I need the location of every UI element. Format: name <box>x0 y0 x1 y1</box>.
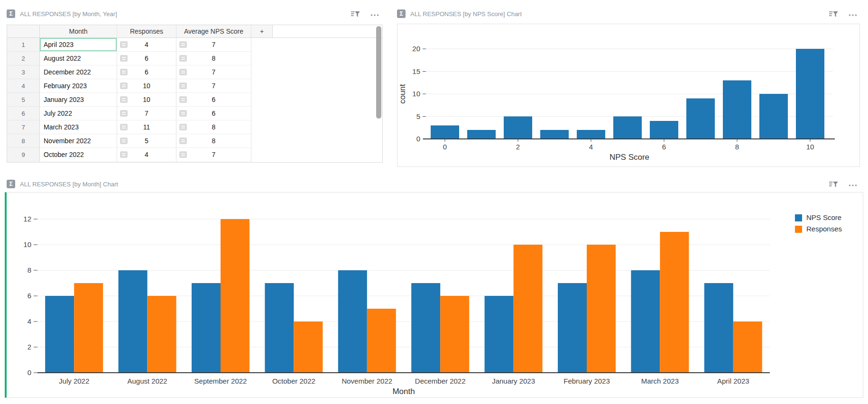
ellipsis-icon <box>370 12 379 18</box>
cell-value: 5 <box>145 137 148 145</box>
cell-average-nps[interactable]: 7 <box>176 38 251 52</box>
nps-chart-sort-filter-button[interactable] <box>828 9 839 18</box>
column-header-average-nps[interactable]: Average NPS Score <box>176 25 251 37</box>
cell-month[interactable]: April 2023 <box>40 38 117 52</box>
table-scrollbar-thumb[interactable] <box>376 26 381 119</box>
expand-record-icon[interactable] <box>179 110 187 117</box>
row-number[interactable]: 2 <box>7 52 40 65</box>
row-number[interactable]: 4 <box>7 79 40 93</box>
expand-record-icon[interactable] <box>179 41 187 48</box>
add-column-button[interactable]: + <box>251 25 273 37</box>
expand-record-icon[interactable] <box>179 69 187 75</box>
table-panel-header: Σ ALL RESPONSES [by Month, Year] <box>7 9 117 18</box>
row-number[interactable]: 3 <box>7 65 40 79</box>
histogram-bar <box>467 130 496 139</box>
row-number[interactable]: 1 <box>7 38 40 52</box>
cell-average-nps[interactable]: 7 <box>176 148 251 162</box>
cell-month[interactable]: October 2022 <box>40 148 117 162</box>
cell-average-nps[interactable]: 8 <box>176 120 251 134</box>
cell-responses[interactable]: 5 <box>117 134 176 148</box>
row-number[interactable]: 6 <box>7 107 40 120</box>
expand-record-icon[interactable] <box>120 41 128 48</box>
expand-record-icon[interactable] <box>120 96 128 103</box>
table-more-options-button[interactable] <box>369 11 380 19</box>
expand-record-icon[interactable] <box>120 83 128 89</box>
row-number[interactable]: 7 <box>7 120 40 134</box>
cell-responses[interactable]: 4 <box>117 38 176 52</box>
x-tick-label: 8 <box>735 143 739 151</box>
expand-record-icon[interactable] <box>120 151 128 158</box>
cell-average-nps[interactable]: 8 <box>176 52 251 65</box>
cell-responses[interactable]: 11 <box>117 120 176 134</box>
month-chart-more-options-button[interactable] <box>848 181 858 190</box>
cell-value: 6 <box>212 110 216 117</box>
expand-record-icon[interactable] <box>179 138 187 144</box>
x-tick-label: 2 <box>516 143 520 151</box>
nps-chart-more-options-button[interactable] <box>848 11 858 19</box>
cell-responses[interactable]: 7 <box>117 107 176 120</box>
cell-responses[interactable]: 10 <box>117 79 176 93</box>
cell-average-nps[interactable]: 7 <box>176 79 251 93</box>
row-number[interactable]: 5 <box>7 93 40 107</box>
corner-header-cell[interactable] <box>7 25 40 37</box>
x-category-label: November 2022 <box>342 377 392 385</box>
x-category-label: February 2023 <box>563 377 610 385</box>
month-chart-svg[interactable]: 024681012July 2022August 2022September 2… <box>7 193 863 397</box>
expand-record-icon[interactable] <box>120 110 128 117</box>
expand-record-icon[interactable] <box>120 55 128 62</box>
row-number[interactable]: 8 <box>7 134 40 148</box>
expand-record-icon[interactable] <box>120 138 128 144</box>
cell-responses[interactable]: 4 <box>117 148 176 162</box>
x-axis-title: NPS Score <box>609 153 649 162</box>
cell-month[interactable]: November 2022 <box>40 134 117 148</box>
bar-nps-score <box>485 296 514 373</box>
bar-responses <box>294 321 323 373</box>
bar-nps-score <box>45 296 74 373</box>
cell-responses[interactable]: 6 <box>117 65 176 79</box>
cell-value: 7 <box>212 82 216 90</box>
row-number[interactable]: 9 <box>7 148 40 162</box>
bar-nps-score <box>265 283 294 373</box>
cell-average-nps[interactable]: 7 <box>176 65 251 79</box>
cell-month[interactable]: January 2023 <box>40 93 117 107</box>
expand-record-icon[interactable] <box>179 151 187 158</box>
nps-histogram-svg[interactable]: 051015200246810NPS Scorecount <box>397 24 859 166</box>
expand-record-icon[interactable] <box>179 124 187 130</box>
x-category-label: March 2023 <box>641 377 679 385</box>
expand-record-icon[interactable] <box>179 96 187 103</box>
nps-histogram-widget[interactable]: 051015200246810NPS Scorecount <box>397 24 860 167</box>
legend-swatch[interactable] <box>795 214 802 221</box>
cell-month[interactable]: July 2022 <box>40 107 117 120</box>
cell-responses[interactable]: 10 <box>117 93 176 107</box>
cell-month[interactable]: August 2022 <box>40 52 117 65</box>
x-tick-label: 10 <box>806 143 814 151</box>
column-header-responses[interactable]: Responses <box>117 25 176 37</box>
bar-responses <box>440 296 469 373</box>
cell-value: 6 <box>145 55 148 62</box>
cell-month[interactable]: February 2023 <box>40 79 117 93</box>
bar-responses <box>514 245 543 373</box>
cell-value: 7 <box>212 41 216 48</box>
cell-average-nps[interactable]: 6 <box>176 93 251 107</box>
cell-month[interactable]: March 2023 <box>40 120 117 134</box>
expand-record-icon[interactable] <box>179 83 187 89</box>
y-axis-title: count <box>398 84 407 104</box>
bar-responses <box>148 296 176 373</box>
y-tick-label: 6 <box>28 292 31 300</box>
expand-record-icon[interactable] <box>179 55 187 62</box>
x-tick-label: 0 <box>443 143 447 151</box>
legend-swatch[interactable] <box>795 226 802 233</box>
cell-average-nps[interactable]: 8 <box>176 134 251 148</box>
expand-record-icon[interactable] <box>120 69 128 75</box>
histogram-bar <box>686 99 715 139</box>
cell-average-nps[interactable]: 6 <box>176 107 251 120</box>
cell-month[interactable]: December 2022 <box>40 65 117 79</box>
column-header-month[interactable]: Month <box>40 25 117 37</box>
month-grouped-chart-widget[interactable]: 024681012July 2022August 2022September 2… <box>5 192 863 398</box>
x-tick-label: 6 <box>662 143 666 151</box>
expand-record-icon[interactable] <box>120 124 128 130</box>
month-chart-sort-filter-button[interactable] <box>828 180 839 188</box>
cell-responses[interactable]: 6 <box>117 52 176 65</box>
table-sort-filter-button[interactable] <box>350 9 360 18</box>
table-header-row: Month Responses Average NPS Score + <box>7 25 382 38</box>
